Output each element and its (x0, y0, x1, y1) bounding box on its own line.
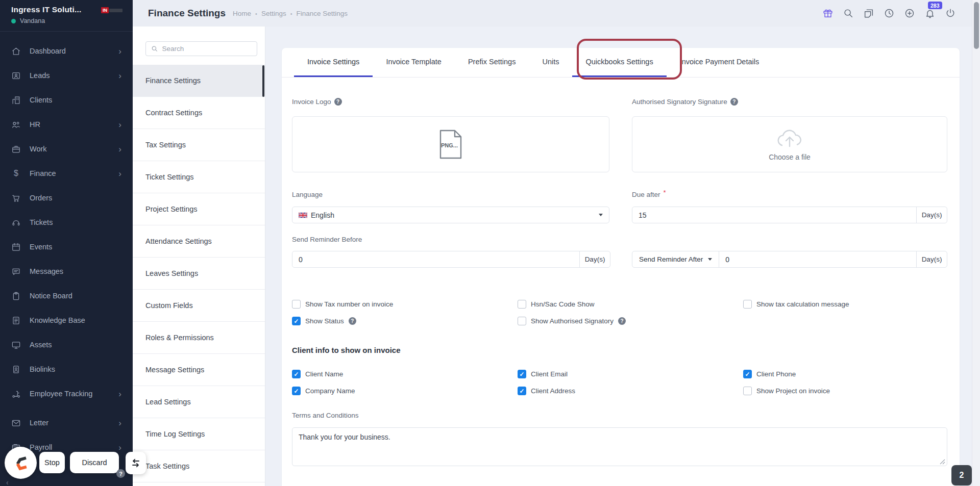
scrollbar-thumb[interactable] (974, 2, 979, 49)
language-value: English (311, 211, 334, 219)
breadcrumb-home[interactable]: Home (233, 10, 251, 17)
sidebar-item-hr[interactable]: HR (0, 112, 133, 137)
due-after-label: Due after (632, 191, 666, 198)
gift-icon[interactable] (822, 7, 834, 19)
discard-button[interactable]: Discard (70, 452, 119, 473)
checkbox-hsn-sac-code[interactable]: Hsn/Sac Code Show (518, 300, 743, 309)
settings-item-time-log-settings[interactable]: Time Log Settings (133, 418, 265, 450)
power-icon[interactable] (944, 7, 957, 19)
signature-upload[interactable]: Choose a file (632, 116, 947, 172)
settings-item-message-settings[interactable]: Message Settings (133, 354, 265, 386)
reminder-before-input[interactable] (292, 251, 579, 267)
checkbox-tax-calculation-message[interactable]: Show tax calculation message (743, 300, 849, 309)
reminder-after-dropdown[interactable]: Send Reminder After (632, 251, 719, 267)
vertical-scrollbar[interactable] (972, 0, 980, 486)
swap-button[interactable] (126, 452, 146, 474)
sidebar-item-work[interactable]: Work (0, 137, 133, 161)
cloud-upload-icon (775, 128, 804, 148)
sidebar-item-leads[interactable]: Leads (0, 63, 133, 88)
invoice-logo-upload[interactable]: PNG... (292, 116, 609, 172)
settings-item-ticket-settings[interactable]: Ticket Settings (133, 161, 265, 193)
settings-item-lead-settings[interactable]: Lead Settings (133, 386, 265, 418)
help-icon[interactable] (730, 98, 738, 106)
envelope-icon (11, 418, 21, 428)
settings-item-task-settings[interactable]: Task Settings (133, 450, 265, 482)
tab-quickbooks-settings[interactable]: Quickbooks Settings (572, 48, 666, 77)
clipboard-icon (11, 291, 21, 301)
settings-nav-scrollbar-thumb[interactable] (262, 65, 264, 97)
sidebar-item-employee-tracking[interactable]: Employee Tracking (0, 381, 133, 406)
due-after-input[interactable] (632, 207, 916, 223)
settings-item-leaves-settings[interactable]: Leaves Settings (133, 258, 265, 290)
breadcrumb-settings[interactable]: Settings (261, 10, 286, 17)
reminder-after-input[interactable] (719, 251, 916, 267)
settings-item-project-settings[interactable]: Project Settings (133, 193, 265, 225)
checkbox-checked-icon (743, 370, 752, 378)
sidebar-item-events[interactable]: Events (0, 235, 133, 259)
sidebar-item-assets[interactable]: Assets (0, 332, 133, 357)
checkbox-icon (518, 317, 526, 325)
collapse-sidebar-icon[interactable] (6, 478, 9, 486)
checkbox-show-tax-number[interactable]: Show Tax number on invoice (292, 300, 518, 309)
checkbox-client-name[interactable]: Client Name (292, 370, 518, 378)
settings-search[interactable] (145, 41, 257, 56)
help-icon[interactable] (618, 317, 626, 325)
checkbox-show-authorised-signatory[interactable]: Show Authorised Signatory (518, 317, 626, 325)
settings-item-contract-settings[interactable]: Contract Settings (133, 97, 265, 129)
stop-button[interactable]: Stop (39, 452, 65, 473)
language-select[interactable]: English (292, 207, 609, 223)
sidebar-nav: Dashboard Leads Clients HR Work $Finance… (0, 32, 133, 459)
history-icon[interactable] (883, 7, 895, 19)
checkbox-icon (518, 300, 526, 309)
png-file-icon: PNG... (439, 130, 462, 159)
settings-item-roles-permissions[interactable]: Roles & Permissions (133, 322, 265, 354)
checkbox-checked-icon (518, 370, 526, 378)
checkbox-company-name[interactable]: Company Name (292, 387, 518, 395)
sidebar-item-messages[interactable]: Messages (0, 259, 133, 284)
chevron-right-icon (118, 390, 121, 398)
add-icon[interactable] (903, 7, 916, 19)
checkbox-client-email[interactable]: Client Email (518, 370, 743, 378)
help-icon[interactable] (334, 98, 342, 106)
uk-flag-icon (299, 212, 307, 218)
help-icon[interactable] (349, 317, 356, 325)
sidebar-item-tickets[interactable]: Tickets (0, 210, 133, 235)
settings-item-tax-settings[interactable]: Tax Settings (133, 129, 265, 161)
notifications-icon[interactable]: 283 (924, 7, 936, 19)
people-icon (11, 120, 21, 130)
terms-textarea[interactable]: Thank you for your business. (292, 427, 947, 466)
settings-item-finance-settings[interactable]: Finance Settings (133, 65, 265, 97)
settings-item-attendance-settings[interactable]: Attendance Settings (133, 225, 265, 258)
checkbox-show-project[interactable]: Show Project on invoice (743, 387, 830, 395)
tab-invoice-settings[interactable]: Invoice Settings (294, 48, 373, 77)
company-header[interactable]: Ingress IT Soluti... Vandana IN (0, 0, 133, 32)
page-title: Finance Settings (148, 8, 226, 19)
sidebar-item-orders[interactable]: Orders (0, 186, 133, 210)
notes-icon[interactable] (863, 7, 875, 19)
checkbox-show-status[interactable]: Show Status (292, 317, 518, 325)
settings-item-custom-fields[interactable]: Custom Fields (133, 290, 265, 322)
sidebar-item-letter[interactable]: Letter (0, 411, 133, 435)
svg-text:PNG...: PNG... (441, 142, 458, 148)
tab-invoice-template[interactable]: Invoice Template (373, 48, 455, 77)
checkbox-client-address[interactable]: Client Address (518, 387, 743, 395)
sidebar-item-notice-board[interactable]: Notice Board (0, 284, 133, 308)
sidebar-item-knowledge-base[interactable]: Knowledge Base (0, 308, 133, 332)
app: { "brand": { "company": "Ingress IT Solu… (0, 0, 980, 486)
search-icon[interactable] (842, 7, 854, 19)
tab-units[interactable]: Units (529, 48, 572, 77)
search-input[interactable] (162, 45, 252, 53)
checkbox-client-phone[interactable]: Client Phone (743, 370, 796, 378)
sidebar-item-finance[interactable]: $Finance (0, 161, 133, 186)
sidebar-item-clients[interactable]: Clients (0, 88, 133, 112)
header-actions: 283 (822, 7, 957, 19)
finance-settings-card: Invoice Settings Invoice Template Prefix… (282, 48, 960, 486)
sidebar-item-dashboard[interactable]: Dashboard (0, 39, 133, 63)
sidebar-item-biolinks[interactable]: Biolinks (0, 357, 133, 381)
recorder-brand-logo[interactable] (5, 447, 37, 479)
chevron-right-icon (118, 120, 121, 129)
checkbox-icon (292, 300, 301, 309)
tab-prefix-settings[interactable]: Prefix Settings (455, 48, 529, 77)
tab-invoice-payment-details[interactable]: Invoice Payment Details (667, 48, 773, 77)
help-bubble-icon[interactable] (116, 469, 125, 478)
